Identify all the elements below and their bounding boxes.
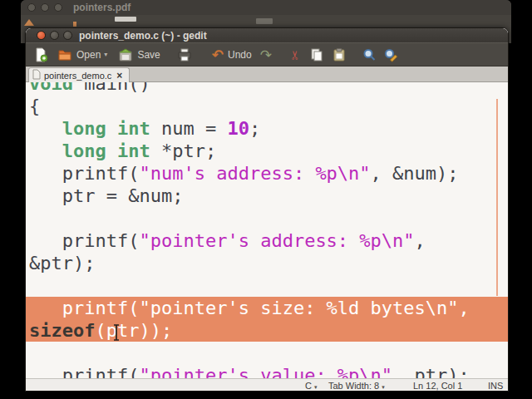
code-segment: 10: [227, 118, 249, 139]
save-button-label: Save: [137, 49, 160, 61]
gedit-window: pointers_demo.c (~) - gedit Open ▾ Save …: [25, 27, 509, 392]
code-segment: "pointer's value: %p\n": [139, 365, 392, 378]
code-line[interactable]: void main(): [26, 82, 508, 95]
text-editor-area[interactable]: void main(){ long int num = 10; long int…: [26, 82, 508, 378]
minimize-button[interactable]: [50, 31, 59, 40]
code-segment: &ptr);: [29, 253, 95, 273]
paste-button[interactable]: [332, 45, 347, 65]
pdf-maximize-button[interactable]: [54, 3, 62, 12]
code-segment: long int: [62, 118, 150, 139]
redo-icon: ↷: [260, 47, 272, 62]
code-line[interactable]: &ptr);: [26, 252, 508, 274]
open-dropdown-caret-icon[interactable]: ▾: [104, 51, 107, 58]
toolbar: Open ▾ Save ↶ Undo ↷ ✂: [26, 42, 508, 66]
code-segment: printf(: [29, 230, 139, 251]
code-segment: main(): [73, 82, 150, 94]
code-segment: {: [29, 96, 40, 116]
undo-button-label: Undo: [228, 49, 252, 61]
code-segment: [29, 140, 62, 161]
tab-width-value: Tab Width: 8: [328, 381, 379, 391]
save-icon: [118, 47, 133, 62]
tab-bar: pointers_demo.c ×: [26, 66, 508, 82]
copy-icon: [309, 47, 324, 62]
undo-icon: ↶: [212, 47, 224, 62]
code-line[interactable]: [26, 274, 508, 297]
open-button[interactable]: Open ▾: [57, 45, 107, 65]
open-folder-icon: [57, 47, 72, 62]
paste-clipboard-icon: [332, 47, 347, 62]
code-line[interactable]: printf("pointer's value: %p\n", ptr);: [26, 364, 508, 378]
print-button[interactable]: [177, 45, 192, 65]
code-segment: "pointer's size: %ld bytes\n": [139, 298, 458, 318]
pdf-toolbar-arrow-icon: [24, 19, 34, 26]
code-segment: ,: [415, 230, 426, 251]
code-segment: ,: [459, 298, 470, 318]
pdf-window-titlebar[interactable]: pointers.pdf: [21, 0, 511, 15]
code-segment: *ptr;: [150, 140, 216, 161]
code-segment: [29, 118, 62, 139]
right-margin-line: [496, 99, 498, 296]
open-button-label: Open: [76, 49, 101, 61]
text-cursor-pointer-icon: [112, 323, 121, 340]
language-mode-dropdown[interactable]: C▾: [305, 381, 317, 391]
pdf-toolbar-fragment: [256, 18, 273, 24]
code-line[interactable]: [26, 207, 508, 229]
cut-scissors-icon: ✂: [288, 49, 303, 60]
window-title: pointers_demo.c (~) - gedit: [79, 30, 207, 42]
replace-button[interactable]: [383, 45, 398, 65]
pdf-close-button[interactable]: [27, 3, 36, 12]
pdf-toolbar-fragment: [115, 17, 136, 22]
code-segment: , &num);: [371, 163, 459, 184]
code-line[interactable]: printf("pointer's size: %ld bytes\n",: [26, 297, 508, 319]
cursor-position-label: Ln 12, Col 1: [413, 381, 462, 391]
code-line[interactable]: long int num = 10;: [26, 117, 508, 140]
tab-label: pointers_demo.c: [44, 71, 111, 81]
language-mode-value: C: [305, 381, 312, 391]
find-button[interactable]: [362, 45, 377, 65]
copy-button[interactable]: [309, 45, 324, 65]
code-segment: sizeof: [29, 320, 95, 341]
screen: pointers.pdf pointers_demo.c (~) - gedit…: [0, 0, 532, 399]
document-icon: [32, 68, 41, 83]
cut-button[interactable]: ✂: [290, 45, 301, 65]
gedit-titlebar[interactable]: pointers_demo.c (~) - gedit: [26, 28, 508, 42]
new-document-button[interactable]: [33, 45, 48, 65]
pdf-minimize-button[interactable]: [41, 3, 49, 12]
dropdown-caret-icon: ▾: [314, 384, 318, 391]
code-line[interactable]: ptr = &num;: [26, 185, 508, 207]
code-segment: num =: [150, 118, 228, 139]
code-segment: ;: [249, 118, 260, 139]
tab-width-dropdown[interactable]: Tab Width: 8▾: [328, 381, 385, 391]
code-segment: printf(: [29, 365, 139, 378]
code-segment: void: [29, 82, 73, 94]
tab-close-icon[interactable]: ×: [116, 71, 122, 80]
pdf-window-title: pointers.pdf: [73, 2, 131, 13]
tab-pointers-demo[interactable]: pointers_demo.c ×: [28, 67, 130, 82]
close-button[interactable]: [37, 31, 46, 40]
code-area: void main(){ long int num = 10; long int…: [26, 82, 508, 378]
code-line[interactable]: {: [26, 95, 508, 117]
new-document-icon: [33, 47, 48, 62]
code-segment: (ptr));: [95, 320, 172, 341]
code-segment: "num's address: %p\n": [139, 163, 370, 184]
code-segment: ptr = &num;: [29, 185, 183, 206]
code-segment: "pointer's address: %p\n": [139, 230, 414, 251]
code-segment: , ptr);: [392, 365, 470, 378]
code-line[interactable]: long int *ptr;: [26, 140, 508, 162]
code-segment: long int: [62, 140, 150, 161]
code-line[interactable]: printf("num's address: %p\n", &num);: [26, 162, 508, 185]
code-segment: printf(: [29, 163, 139, 184]
code-line[interactable]: sizeof(ptr));: [26, 319, 508, 342]
redo-button[interactable]: ↷: [260, 45, 272, 65]
search-icon: [362, 47, 377, 62]
insert-mode-label: INS: [488, 381, 503, 391]
undo-button[interactable]: ↶ Undo: [212, 45, 252, 65]
maximize-button[interactable]: [63, 31, 72, 40]
code-line[interactable]: printf("pointer's address: %p\n",: [26, 229, 508, 252]
status-bar: C▾ Tab Width: 8▾ Ln 12, Col 1 INS: [26, 378, 508, 392]
save-button[interactable]: Save: [118, 45, 160, 65]
code-line[interactable]: [26, 342, 508, 364]
print-icon: [177, 47, 192, 62]
pdf-toolbar-fragment: [73, 22, 76, 27]
search-replace-icon: [383, 47, 398, 62]
